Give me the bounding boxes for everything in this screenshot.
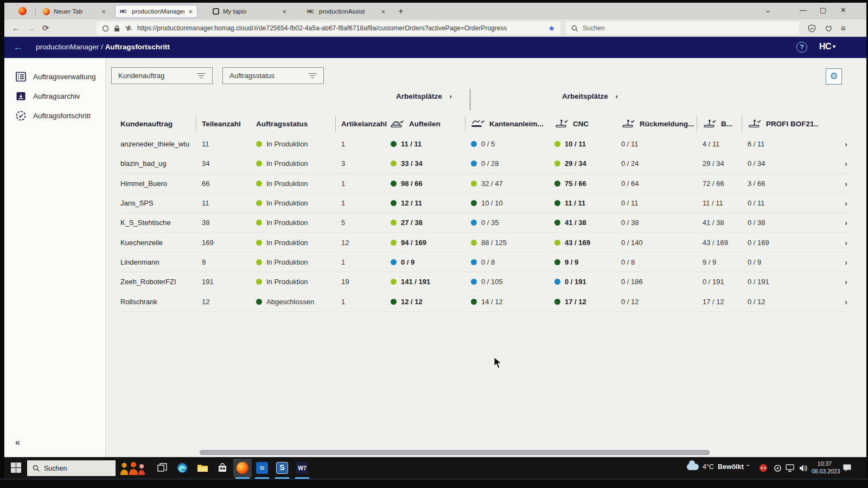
machine-progress-value: 0 / 186 — [621, 278, 643, 286]
extensions-icon[interactable] — [825, 24, 833, 33]
saw-machine-icon — [391, 119, 405, 129]
app-back-arrow[interactable]: ← — [13, 41, 25, 53]
tab-close-icon[interactable]: × — [282, 8, 286, 16]
chevron-right-icon[interactable]: › — [450, 92, 452, 100]
workplaces-group-right[interactable]: Arbeitsplätze ‹ — [562, 92, 618, 100]
tray-app-icon-ring[interactable] — [770, 461, 784, 474]
task-view-icon[interactable] — [155, 461, 169, 474]
account-menu[interactable]: HC▾ — [819, 42, 835, 52]
breadcrumb-app[interactable]: productionManager — [36, 43, 99, 51]
edge-icon[interactable] — [175, 461, 189, 474]
store-icon[interactable] — [215, 461, 229, 474]
weather-widget[interactable]: 4°C Bewölkt — [687, 463, 744, 471]
cell-teileanzahl: 11 — [202, 140, 256, 148]
lock-icon[interactable] — [114, 25, 120, 32]
machine-progress-value: 43 / 169 — [703, 239, 728, 247]
row-detail-chevron[interactable]: › — [827, 258, 851, 267]
col-aufteilen[interactable]: Aufteilen — [391, 115, 471, 132]
row-detail-chevron[interactable]: › — [827, 198, 851, 208]
network-display-icon[interactable] — [783, 461, 797, 474]
tab-production-manager[interactable]: HC productionManager × — [115, 5, 197, 18]
col-kantenanleim[interactable]: Kantenanleim... — [465, 115, 554, 132]
protections-shield-icon[interactable] — [808, 24, 816, 33]
row-detail-chevron[interactable]: › — [827, 159, 851, 168]
table-row[interactable]: Rollschrank12Abgeschlossen112 / 1214 / 1… — [120, 292, 851, 311]
file-explorer-icon[interactable] — [195, 461, 209, 474]
tab-neuer-tab[interactable]: Neuer Tab × — [39, 5, 110, 18]
cell-machine-4: 41 / 38 — [703, 219, 748, 227]
wave-app-icon[interactable]: ≈ — [255, 461, 269, 474]
tracking-protection-icon[interactable] — [125, 25, 132, 31]
sidebar-item-auftragsverwaltung[interactable]: Auftragsverwaltung — [4, 68, 106, 85]
volume-icon[interactable] — [796, 461, 810, 474]
tab-close-icon[interactable]: × — [188, 8, 193, 16]
permissions-icon[interactable] — [102, 25, 109, 32]
sidebar-item-auftragsfortschritt[interactable]: Auftragsfortschritt — [4, 107, 106, 124]
tray-chevron-icon[interactable]: ⌃ — [745, 464, 750, 471]
row-detail-chevron[interactable]: › — [827, 238, 851, 247]
col-b[interactable]: B... — [697, 115, 748, 132]
col-artikelanzahl[interactable]: Artikelanzahl — [335, 115, 391, 132]
filter-auftragsstatus[interactable]: Auftragsstatus — [222, 67, 324, 84]
status-dot-open — [471, 220, 477, 226]
reload-button[interactable]: ⟳ — [42, 23, 49, 33]
cell-machine-3: 0 / 186 — [621, 278, 703, 286]
cell-artikelanzahl: 1 — [341, 199, 391, 207]
tab-close-icon[interactable]: × — [381, 8, 385, 16]
taskbar-clock[interactable]: 10:37 08.03.2023 — [812, 460, 838, 475]
cell-teileanzahl: 9 — [202, 258, 256, 266]
table-settings-button[interactable]: ⚙ — [826, 68, 842, 85]
row-detail-chevron[interactable]: › — [827, 297, 851, 306]
col-kundenauftrag[interactable]: Kundenauftrag — [120, 115, 202, 132]
window-minimize-button[interactable]: — — [800, 6, 807, 14]
table-row[interactable]: Himmel_Buero66In Produktion198 / 6632 / … — [120, 174, 851, 194]
url-bar[interactable]: https://productionmanager.homag.cloud/#/… — [97, 22, 560, 35]
people-app-icon[interactable] — [118, 461, 149, 474]
start-button[interactable] — [11, 463, 22, 473]
sidebar-collapse-button[interactable]: « — [15, 438, 20, 447]
woodwop7-app-icon[interactable]: W7 — [295, 461, 309, 474]
workplaces-group-left[interactable]: Arbeitsplätze › — [396, 92, 452, 100]
menu-hamburger-icon[interactable]: ≡ — [841, 23, 846, 33]
table-row[interactable]: Kuechenzeile169In Produktion1294 / 16988… — [120, 233, 851, 252]
table-row[interactable]: Lindenmann9In Produktion10 / 90 / 89 / 9… — [120, 253, 851, 272]
col-auftragsstatus[interactable]: Auftragsstatus — [256, 115, 341, 132]
new-tab-button[interactable]: + — [398, 7, 403, 16]
browser-search-field[interactable]: Suchen — [566, 22, 799, 35]
tab-list-chevron-icon[interactable]: ⌄ — [765, 6, 771, 14]
forward-button[interactable]: → — [27, 23, 35, 33]
row-detail-chevron[interactable]: › — [827, 277, 851, 286]
row-detail-chevron[interactable]: › — [827, 139, 851, 149]
row-detail-chevron[interactable]: › — [827, 179, 851, 188]
horizontal-scrollbar[interactable] — [200, 450, 710, 455]
help-icon[interactable]: ? — [796, 42, 807, 53]
bookmark-star-icon[interactable]: ★ — [548, 24, 555, 33]
back-button[interactable]: ← — [12, 23, 20, 33]
tab-production-assist[interactable]: HC productionAssist × — [303, 5, 390, 18]
table-row[interactable]: K_S_Stehtische38In Produktion527 / 380 /… — [120, 213, 851, 233]
chevron-left-icon[interactable]: ‹ — [616, 92, 618, 100]
filter-kundenauftrag[interactable]: Kundenauftrag — [111, 67, 213, 84]
tab-my-tapio[interactable]: My tapio × — [208, 5, 291, 18]
table-row[interactable]: Jans_SPS11In Produktion112 / 1110 / 1011… — [120, 194, 851, 213]
window-maximize-button[interactable]: ▢ — [820, 6, 826, 14]
tab-close-icon[interactable]: × — [101, 8, 106, 16]
table-row[interactable]: blazin_bad_ug34In Produktion333 / 340 / … — [120, 154, 851, 174]
url-text[interactable]: https://productionmanager.homag.cloud/#/… — [137, 24, 507, 32]
window-close-button[interactable]: ✕ — [840, 6, 846, 14]
row-detail-chevron[interactable]: › — [827, 218, 851, 227]
taskbar-search[interactable]: Suchen — [27, 460, 116, 476]
firefox-taskbar-icon[interactable] — [233, 459, 252, 477]
s-app-icon[interactable]: S — [275, 461, 289, 474]
col-cnc[interactable]: CNC — [554, 115, 621, 132]
notification-center-icon[interactable] — [840, 461, 854, 474]
col-profi-bof21[interactable]: PROFI BOF21.. — [742, 115, 827, 132]
sidebar-item-auftragsarchiv[interactable]: Auftragsarchiv — [4, 88, 106, 104]
col-teileanzahl[interactable]: Teileanzahl — [196, 115, 256, 132]
firefox-logo-icon[interactable] — [18, 7, 27, 15]
table-row[interactable]: Zeeh_RoboterFZI191In Produktion19141 / 1… — [120, 272, 851, 292]
table-row[interactable]: anzeneder_thiele_wtu11In Produktion111 /… — [120, 134, 851, 154]
col-rueckmeldung[interactable]: Rückmeldung... — [621, 115, 703, 132]
tray-app-icon-red[interactable] — [756, 461, 770, 474]
cell-machine-1: 88 / 125 — [471, 239, 554, 247]
